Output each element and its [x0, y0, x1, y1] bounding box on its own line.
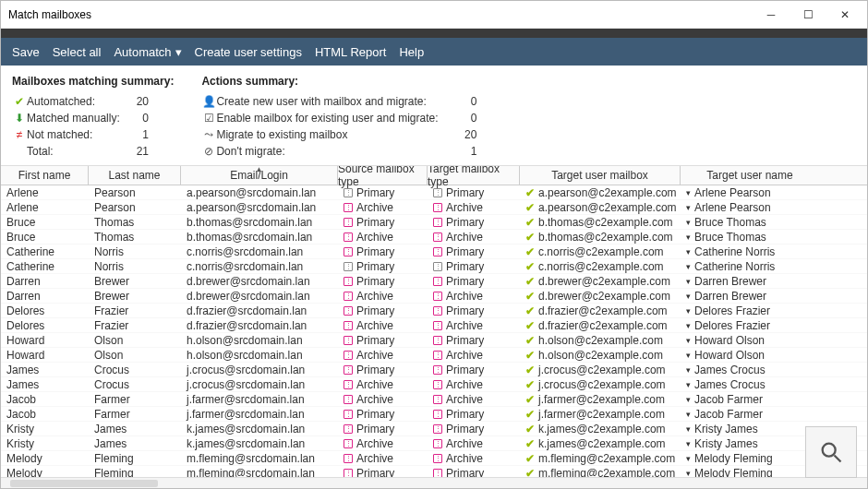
cell-target-mailbox[interactable]: ✔m.fleming@c2example.com — [520, 467, 681, 478]
cell-last-name: Olson — [89, 334, 181, 347]
minimize-button[interactable]: ─ — [753, 2, 790, 28]
menu-html-report[interactable]: HTML Report — [315, 45, 387, 59]
cell-target-mailbox[interactable]: ✔j.crocus@c2example.com — [520, 378, 681, 391]
cell-last-name: Thomas — [89, 231, 181, 244]
cell-target-name[interactable]: ▾Kristy James — [681, 423, 819, 435]
cell-target-name[interactable]: ▾Jacob Farmer — [681, 408, 819, 421]
cell-target-name[interactable]: ▾Howard Olson — [681, 349, 819, 362]
cell-email: k.james@srcdomain.lan — [181, 437, 338, 450]
table-row[interactable]: BruceThomasb.thomas@srcdomain.lan⋮Primar… — [1, 215, 867, 230]
table-row[interactable]: JamesCrocusj.crocus@srcdomain.lan⋮Archiv… — [1, 377, 867, 392]
cell-target-name[interactable]: ▾Howard Olson — [681, 334, 819, 347]
cell-target-name[interactable]: ▾James Crocus — [681, 378, 819, 391]
table-row[interactable]: ArlenePearsona.pearson@srcdomain.lan⋮Arc… — [1, 200, 867, 215]
table-row[interactable]: DeloresFrazierd.frazier@srcdomain.lan⋮Pr… — [1, 304, 867, 318]
cell-target-type: ⋮Primary — [428, 216, 520, 229]
cell-target-name[interactable]: ▾Catherine Norris — [681, 245, 819, 258]
menu-help[interactable]: Help — [399, 45, 424, 59]
column-target-type[interactable]: Target mailbox type — [428, 166, 520, 185]
cell-target-name[interactable]: ▾Jacob Farmer — [681, 393, 819, 406]
table-row[interactable]: DarrenBrewerd.brewer@srcdomain.lan⋮Archi… — [1, 289, 867, 304]
cell-target-mailbox[interactable]: ✔j.crocus@c2example.com — [520, 364, 681, 376]
grid-body[interactable]: ArlenePearsona.pearson@srcdomain.lan⋮Pri… — [1, 185, 867, 477]
cell-target-mailbox[interactable]: ✔j.farmer@c2example.com — [520, 408, 681, 421]
cell-target-name[interactable]: ▾Darren Brewer — [681, 275, 819, 288]
horizontal-scrollbar[interactable] — [10, 480, 158, 487]
cell-target-mailbox[interactable]: ✔a.pearson@c2example.com — [520, 186, 681, 199]
cell-target-mailbox[interactable]: ✔h.olson@c2example.com — [520, 334, 681, 347]
table-row[interactable]: KristyJamesk.james@srcdomain.lan⋮Archive… — [1, 436, 867, 451]
menu-save[interactable]: Save — [12, 45, 40, 59]
cell-first-name: Arlene — [1, 186, 89, 199]
menu-create-user-settings[interactable]: Create user settings — [195, 45, 302, 59]
chevron-down-icon: ▾ — [175, 45, 182, 59]
table-row[interactable]: BruceThomasb.thomas@srcdomain.lan⋮Archiv… — [1, 230, 867, 244]
cell-target-mailbox[interactable]: ✔j.farmer@c2example.com — [520, 393, 681, 406]
cell-target-mailbox[interactable]: ✔d.frazier@c2example.com — [520, 319, 681, 332]
mailbox-type-icon: ⋮ — [344, 233, 353, 242]
mailbox-type-icon: ⋮ — [344, 218, 353, 227]
cell-target-mailbox[interactable]: ✔d.brewer@c2example.com — [520, 290, 681, 303]
column-target-mailbox[interactable]: Target user mailbox — [520, 166, 681, 185]
cell-target-mailbox[interactable]: ✔c.norris@c2example.com — [520, 245, 681, 258]
column-email[interactable]: Email/Login▲ — [181, 166, 338, 185]
menu-automatch-label: Automatch — [114, 45, 171, 59]
column-last-name[interactable]: Last name — [89, 166, 181, 185]
cell-target-mailbox[interactable]: ✔c.norris@c2example.com — [520, 260, 681, 273]
column-target-name[interactable]: Target user name — [681, 166, 819, 185]
table-row[interactable]: JamesCrocusj.crocus@srcdomain.lan⋮Primar… — [1, 363, 867, 377]
cell-target-name[interactable]: ▾Melody Fleming — [681, 452, 819, 465]
cell-target-name[interactable]: ▾Melody Fleming — [681, 467, 819, 478]
menu-automatch[interactable]: Automatch▾ — [114, 45, 181, 59]
column-first-name[interactable]: First name — [1, 166, 89, 185]
cell-target-mailbox[interactable]: ✔h.olson@c2example.com — [520, 349, 681, 362]
cell-first-name: Kristy — [1, 437, 89, 450]
cell-target-mailbox[interactable]: ✔m.fleming@c2example.com — [520, 452, 681, 465]
mailbox-type-icon: ⋮ — [433, 365, 442, 375]
table-row[interactable]: MelodyFlemingm.fleming@srcdomain.lan⋮Pri… — [1, 466, 867, 477]
cell-target-name[interactable]: ▾Delores Frazier — [681, 319, 819, 332]
mailbox-type-icon: ⋮ — [433, 188, 442, 197]
cell-target-mailbox[interactable]: ✔k.james@c2example.com — [520, 423, 681, 435]
cell-target-mailbox[interactable]: ✔d.brewer@c2example.com — [520, 275, 681, 288]
cell-target-mailbox[interactable]: ✔a.pearson@c2example.com — [520, 201, 681, 214]
cell-target-name[interactable]: ▾James Crocus — [681, 364, 819, 376]
cell-target-mailbox[interactable]: ✔b.thomas@c2example.com — [520, 216, 681, 229]
close-button[interactable]: ✕ — [826, 2, 863, 28]
table-row[interactable]: CatherineNorrisc.norris@srcdomain.lan⋮Pr… — [1, 259, 867, 274]
maximize-button[interactable]: ☐ — [790, 2, 826, 28]
table-row[interactable]: JacobFarmerj.farmer@srcdomain.lan⋮Primar… — [1, 407, 867, 422]
cell-target-name[interactable]: ▾Bruce Thomas — [681, 231, 819, 244]
summary-value: 1 — [128, 128, 149, 141]
table-row[interactable]: CatherineNorrisc.norris@srcdomain.lan⋮Pr… — [1, 244, 867, 259]
table-row[interactable]: JacobFarmerj.farmer@srcdomain.lan⋮Archiv… — [1, 392, 867, 407]
cell-target-mailbox[interactable]: ✔b.thomas@c2example.com — [520, 231, 681, 244]
table-row[interactable]: HowardOlsonh.olson@srcdomain.lan⋮Archive… — [1, 348, 867, 363]
cell-target-name[interactable]: ▾Catherine Norris — [681, 260, 819, 273]
cell-target-name[interactable]: ▾Bruce Thomas — [681, 216, 819, 229]
cell-first-name: Jacob — [1, 393, 89, 406]
column-source-type[interactable]: Source mailbox type — [338, 166, 428, 185]
cell-target-name[interactable]: ▾Arlene Pearson — [681, 186, 819, 199]
match-check-icon: ✔ — [525, 245, 535, 258]
match-check-icon: ✔ — [525, 467, 535, 478]
cell-email: a.pearson@srcdomain.lan — [181, 186, 338, 199]
cell-source-type: ⋮Archive — [338, 452, 428, 465]
summary-row: ✔Automatched:20 — [12, 93, 174, 110]
table-row[interactable]: DarrenBrewerd.brewer@srcdomain.lan⋮Prima… — [1, 274, 867, 289]
table-row[interactable]: KristyJamesk.james@srcdomain.lan⋮Primary… — [1, 422, 867, 436]
cell-target-name[interactable]: ▾Kristy James — [681, 437, 819, 450]
table-row[interactable]: MelodyFlemingm.fleming@srcdomain.lan⋮Arc… — [1, 451, 867, 466]
cell-last-name: Thomas — [89, 216, 181, 229]
search-floating-button[interactable] — [805, 426, 857, 478]
cell-target-name[interactable]: ▾Arlene Pearson — [681, 201, 819, 214]
cell-target-name[interactable]: ▾Delores Frazier — [681, 304, 819, 317]
summary-panel: Mailboxes matching summary: ✔Automatched… — [1, 66, 867, 165]
cell-target-mailbox[interactable]: ✔k.james@c2example.com — [520, 437, 681, 450]
table-row[interactable]: HowardOlsonh.olson@srcdomain.lan⋮Primary… — [1, 333, 867, 348]
menu-select-all[interactable]: Select all — [53, 45, 102, 59]
cell-email: h.olson@srcdomain.lan — [181, 334, 338, 347]
cell-target-name[interactable]: ▾Darren Brewer — [681, 290, 819, 303]
cell-target-mailbox[interactable]: ✔d.frazier@c2example.com — [520, 304, 681, 317]
table-row[interactable]: DeloresFrazierd.frazier@srcdomain.lan⋮Ar… — [1, 318, 867, 333]
